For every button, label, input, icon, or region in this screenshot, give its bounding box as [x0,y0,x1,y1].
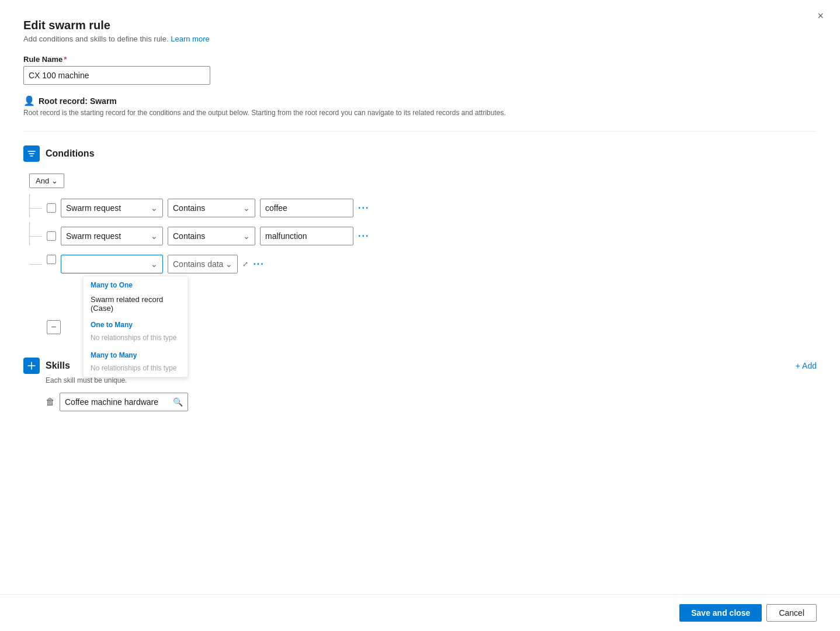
condition-1-field-dropdown[interactable]: Swarm request [61,199,163,217]
and-button[interactable]: And ⌄ [29,174,64,188]
condition-2-operator-dropdown[interactable]: Contains [168,227,255,245]
field-dropdown-menu: Many to One Swarm related record (Case) … [83,276,188,377]
modal-title: Edit swarm rule [23,19,817,32]
conditions-section-header: Conditions [23,145,817,162]
condition-3-more-button[interactable]: ··· [253,259,264,269]
dropdown-item-swarm-case[interactable]: Swarm related record (Case) [84,292,188,316]
conditions-area: And ⌄ Swarm request Contains ··· Swarm r… [23,174,817,334]
rule-name-label: Rule Name* [23,55,817,64]
condition-2-value-input[interactable] [260,227,353,245]
dropdown-no-one-to-many: No relationships of this type [84,331,188,346]
divider-1 [23,131,817,131]
condition-1-field-chevron [151,203,158,213]
condition-row-2: Swarm request Contains ··· [29,227,817,245]
condition-2-field-dropdown[interactable]: Swarm request [61,227,163,245]
skills-add-button[interactable]: + Add [796,361,817,370]
close-button[interactable]: × [817,11,824,21]
condition-1-value-input[interactable] [260,199,353,217]
root-record-icon: 👤 [23,95,35,106]
skill-1-search-icon: 🔍 [173,397,183,407]
condition-1-checkbox[interactable] [47,203,56,213]
condition-2-more-button[interactable]: ··· [358,231,369,241]
connector-line-2 [29,222,30,245]
condition-3-expand-icon[interactable]: ⤢ [242,260,248,268]
footer: Save and close Cancel [0,594,840,631]
skill-row-1: 🗑 🔍 [23,393,817,411]
dropdown-section-many-to-many: Many to Many [84,346,188,362]
dropdown-section-many-to-one: Many to One [84,276,188,292]
condition-1-operator-chevron [243,203,250,213]
skill-1-delete-button[interactable]: 🗑 [46,397,55,407]
condition-row-1: Swarm request Contains ··· [29,199,817,217]
condition-2-operator-chevron [243,231,250,241]
condition-1-more-button[interactable]: ··· [358,203,369,213]
dropdown-section-one-to-many: One to Many [84,316,188,331]
connector-line-1 [29,194,30,217]
root-record-description: Root record is the starting record for t… [23,109,817,117]
skills-icon [23,358,40,374]
root-record-label: Root record: Swarm [39,96,117,106]
conditions-icon [23,145,40,162]
save-and-close-button[interactable]: Save and close [679,604,762,622]
condition-row-3: ⌄ Contains data ⤢ ··· Many to One Swarm … [29,255,817,273]
condition-minus-button[interactable]: − [47,320,61,334]
condition-3-operator-btn[interactable]: Contains data [168,255,238,273]
dropdown-no-many-to-many: No relationships of this type [84,362,188,377]
rule-name-input[interactable] [23,66,210,85]
modal-container: × Edit swarm rule Add conditions and ski… [0,0,840,631]
skills-title: Skills [46,360,70,371]
condition-2-checkbox[interactable] [47,231,56,241]
condition-3-operator-chevron [225,259,232,269]
conditions-title: Conditions [46,148,95,159]
modal-subtitle: Add conditions and skills to define this… [23,34,817,43]
condition-3-checkbox[interactable] [47,255,56,264]
condition-3-field-dropdown[interactable]: ⌄ [61,255,163,273]
skill-1-input-wrap: 🔍 [60,393,188,411]
condition-1-operator-dropdown[interactable]: Contains [168,199,255,217]
cancel-button[interactable]: Cancel [766,604,817,622]
and-chevron-icon: ⌄ [51,176,58,185]
skills-description: Each skill must be unique. [23,376,817,384]
skill-1-input[interactable] [65,397,173,407]
condition-2-field-chevron [151,231,158,241]
condition-3-field-chevron: ⌄ [151,259,158,269]
learn-more-link[interactable]: Learn more [171,34,209,43]
root-record-section: 👤 Root record: Swarm [23,95,817,106]
